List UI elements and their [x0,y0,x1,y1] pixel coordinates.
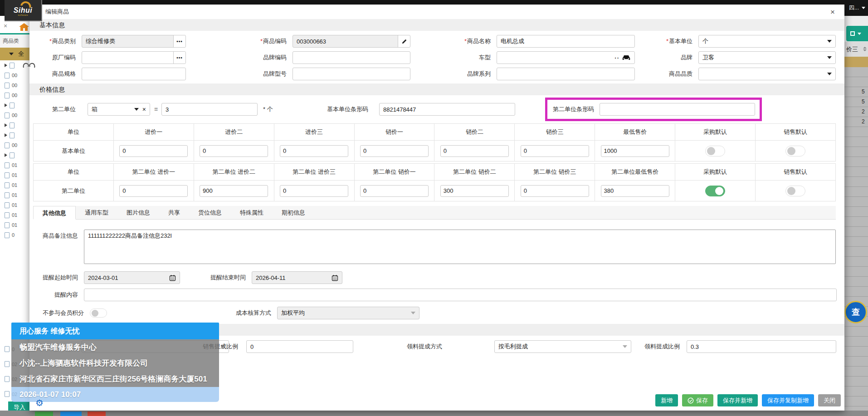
second-unit-barcode-input[interactable] [600,103,755,116]
unit-factor-input[interactable] [161,103,258,116]
sale-price2-input[interactable] [440,145,509,157]
sale-price3-input[interactable] [521,185,589,197]
product-code-field[interactable] [293,35,410,48]
tab-other-info[interactable]: 其他信息 [33,206,76,220]
tab-special-attributes[interactable]: 特殊属性 [231,206,273,219]
table-row-selected[interactable] [844,57,868,67]
spec-input[interactable] [86,71,182,78]
tree-item[interactable]: 00 [0,110,29,120]
sale-commission-ratio-input[interactable] [246,340,353,353]
sale-price2-input[interactable] [440,185,509,197]
tree-item[interactable] [0,120,29,130]
tab-opening-info[interactable]: 期初信息 [273,206,314,219]
add-button[interactable]: 新增 [655,394,678,406]
tree-item[interactable]: 01 [0,180,29,190]
base-unit-barcode-input[interactable] [379,103,515,116]
product-name-input[interactable] [501,38,631,45]
sale-price1-input[interactable] [360,145,429,157]
purchase-price3-input[interactable] [280,185,348,197]
tree-item[interactable]: 01 [0,190,29,200]
remind-start-field[interactable] [84,271,180,284]
search-fab[interactable]: 查 [844,301,867,323]
material-commission-method-select[interactable] [494,340,631,353]
tab-common-models[interactable]: 通用车型 [76,206,117,219]
tree-item[interactable]: 01 [0,210,29,220]
remind-content-field[interactable] [84,289,837,301]
tree-node-selected[interactable]: 全 [0,48,29,60]
factory-code-input[interactable] [86,54,171,61]
product-code-input[interactable] [297,38,396,45]
car-model-input[interactable] [501,54,614,61]
toolbar-button-red[interactable] [88,411,106,416]
purchase-price1-input[interactable] [119,145,188,157]
category-field[interactable]: ••• [82,35,186,48]
tab-close-icon[interactable]: × [4,22,7,29]
tree-item[interactable]: 00 [0,80,29,90]
tab-images[interactable]: 图片信息 [117,206,159,219]
cost-method-input[interactable] [281,310,411,317]
close-icon[interactable]: × [828,8,837,17]
sale-price3-input[interactable] [521,145,589,157]
car-icon[interactable] [622,54,631,61]
more-icon[interactable]: ••• [173,35,185,47]
no-member-points-toggle[interactable] [90,308,107,318]
purchase-price1-input[interactable] [119,185,188,197]
category-input[interactable] [86,38,171,45]
cost-method-select[interactable] [277,307,419,319]
brand-series-input[interactable] [501,71,631,78]
tree-item[interactable]: 00 [0,70,29,80]
tree-item[interactable]: 01 [0,200,29,210]
calendar-icon[interactable] [169,274,176,281]
purchase-price3-input[interactable] [280,145,348,157]
brand-code-field[interactable] [293,51,410,64]
save-button[interactable]: 保存 [682,394,713,406]
more-icon[interactable]: ••• [173,52,185,64]
brand-code-input[interactable] [297,54,406,61]
toolbar-button-green[interactable] [35,411,53,416]
product-name-field[interactable] [497,35,635,48]
calendar-icon[interactable] [332,274,338,281]
tree-item[interactable]: 01 [0,160,29,170]
table-column-header[interactable]: 价三 [844,42,868,57]
tree-item[interactable] [0,150,29,160]
base-unit-select[interactable] [698,35,836,48]
sale-default-toggle[interactable] [785,186,805,196]
remind-content-input[interactable] [88,292,833,299]
spec-field[interactable] [82,68,186,80]
brand-input[interactable] [702,54,827,61]
remind-end-field[interactable] [252,271,342,284]
tab-storage-location[interactable]: 货位信息 [189,206,231,219]
brand-select[interactable] [698,51,836,64]
remark-textarea[interactable]: 111111222222商品备注信息232l [84,230,836,264]
purchase-default-toggle[interactable] [705,186,725,196]
tree-item[interactable] [0,130,29,140]
tree-item[interactable]: 00 [0,90,29,100]
quality-input[interactable] [702,71,827,78]
second-unit-select[interactable]: 箱 × [88,103,150,116]
pencil-icon[interactable] [398,35,410,47]
user-menu[interactable]: 四... [849,4,865,12]
save-and-add-button[interactable]: 保存并新增 [717,394,758,406]
purchase-default-toggle[interactable] [705,146,725,157]
sale-price1-input[interactable] [360,185,429,197]
tree-item[interactable] [0,100,29,110]
brand-series-field[interactable] [497,68,635,80]
tree-item[interactable]: 0 [0,230,29,240]
home-icon[interactable] [19,23,29,31]
purchase-price2-input[interactable] [200,185,268,197]
more-dots[interactable]: ·· [614,54,619,61]
material-commission-ratio-input[interactable] [687,340,836,353]
close-button[interactable]: 关闭 [818,394,841,406]
sale-default-toggle[interactable] [785,146,805,157]
remind-end-input[interactable] [256,274,332,281]
material-commission-method-input[interactable] [498,343,623,350]
remind-start-input[interactable] [88,274,169,281]
toolbar-button-blue[interactable] [60,411,82,416]
right-panel-action-button[interactable] [846,26,868,41]
base-unit-input[interactable] [702,38,827,45]
brand-model-input[interactable] [297,71,406,78]
clear-icon[interactable]: × [142,106,146,113]
purchase-price2-input[interactable] [200,145,268,157]
save-and-copy-button[interactable]: 保存并复制新增 [762,394,814,406]
brand-model-field[interactable] [293,68,410,80]
